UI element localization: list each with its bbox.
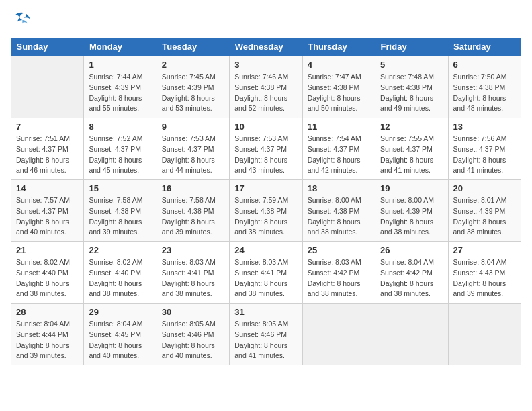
calendar-cell: 18Sunrise: 8:00 AMSunset: 4:38 PMDayligh… — [302, 180, 375, 242]
day-number: 17 — [234, 183, 297, 193]
calendar-cell: 22Sunrise: 8:02 AMSunset: 4:40 PMDayligh… — [84, 242, 157, 304]
logo — [11, 11, 31, 32]
calendar-week-1: 1Sunrise: 7:44 AMSunset: 4:39 PMDaylight… — [11, 56, 521, 118]
col-header-thursday: Thursday — [302, 38, 375, 56]
col-header-friday: Friday — [375, 38, 448, 56]
day-info: Sunrise: 7:44 AMSunset: 4:39 PMDaylight:… — [89, 72, 151, 114]
day-info: Sunrise: 7:52 AMSunset: 4:37 PMDaylight:… — [89, 134, 151, 176]
calendar-table: SundayMondayTuesdayWednesdayThursdayFrid… — [11, 38, 521, 365]
day-info: Sunrise: 8:04 AMSunset: 4:45 PMDaylight:… — [89, 319, 151, 361]
calendar-cell — [375, 304, 448, 365]
calendar-cell: 16Sunrise: 7:58 AMSunset: 4:38 PMDayligh… — [157, 180, 229, 242]
day-info: Sunrise: 7:50 AMSunset: 4:38 PMDaylight:… — [453, 72, 516, 114]
day-number: 28 — [16, 307, 79, 317]
day-number: 24 — [234, 245, 297, 255]
calendar-cell: 11Sunrise: 7:54 AMSunset: 4:37 PMDayligh… — [302, 118, 375, 180]
day-number: 8 — [89, 122, 151, 132]
day-info: Sunrise: 8:04 AMSunset: 4:43 PMDaylight:… — [453, 257, 516, 300]
day-number: 11 — [308, 122, 370, 132]
calendar-cell: 13Sunrise: 7:56 AMSunset: 4:37 PMDayligh… — [448, 118, 521, 180]
day-info: Sunrise: 7:53 AMSunset: 4:37 PMDaylight:… — [162, 134, 224, 176]
day-number: 30 — [162, 307, 224, 317]
calendar-cell: 1Sunrise: 7:44 AMSunset: 4:39 PMDaylight… — [84, 56, 157, 118]
day-info: Sunrise: 8:04 AMSunset: 4:42 PMDaylight:… — [380, 257, 443, 300]
calendar-cell: 28Sunrise: 8:04 AMSunset: 4:44 PMDayligh… — [11, 304, 84, 365]
calendar-cell: 21Sunrise: 8:02 AMSunset: 4:40 PMDayligh… — [11, 242, 84, 304]
calendar-cell — [302, 304, 375, 365]
calendar-cell: 26Sunrise: 8:04 AMSunset: 4:42 PMDayligh… — [375, 242, 448, 304]
day-number: 7 — [16, 122, 79, 132]
day-info: Sunrise: 8:01 AMSunset: 4:39 PMDaylight:… — [453, 195, 516, 238]
calendar-cell: 17Sunrise: 7:59 AMSunset: 4:38 PMDayligh… — [230, 180, 302, 242]
calendar-cell: 6Sunrise: 7:50 AMSunset: 4:38 PMDaylight… — [448, 56, 521, 118]
day-number: 6 — [453, 60, 516, 70]
calendar-cell: 23Sunrise: 8:03 AMSunset: 4:41 PMDayligh… — [157, 242, 229, 304]
day-number: 2 — [162, 60, 224, 70]
day-number: 5 — [380, 60, 443, 70]
calendar-cell: 15Sunrise: 7:58 AMSunset: 4:38 PMDayligh… — [84, 180, 157, 242]
calendar-cell — [448, 304, 521, 365]
calendar-cell: 10Sunrise: 7:53 AMSunset: 4:37 PMDayligh… — [230, 118, 302, 180]
day-info: Sunrise: 7:55 AMSunset: 4:37 PMDaylight:… — [380, 134, 443, 176]
day-info: Sunrise: 7:58 AMSunset: 4:38 PMDaylight:… — [162, 195, 224, 238]
day-info: Sunrise: 8:03 AMSunset: 4:41 PMDaylight:… — [234, 257, 297, 300]
col-header-tuesday: Tuesday — [157, 38, 229, 56]
logo-bird-icon — [12, 11, 31, 30]
calendar-cell: 7Sunrise: 7:51 AMSunset: 4:37 PMDaylight… — [11, 118, 84, 180]
calendar-cell: 2Sunrise: 7:45 AMSunset: 4:39 PMDaylight… — [157, 56, 229, 118]
day-number: 23 — [162, 245, 224, 255]
day-number: 15 — [89, 183, 151, 193]
calendar-cell: 8Sunrise: 7:52 AMSunset: 4:37 PMDaylight… — [84, 118, 157, 180]
col-header-saturday: Saturday — [448, 38, 521, 56]
calendar-cell: 9Sunrise: 7:53 AMSunset: 4:37 PMDaylight… — [157, 118, 229, 180]
day-number: 31 — [234, 307, 297, 317]
calendar-cell — [11, 56, 84, 118]
day-number: 4 — [308, 60, 370, 70]
col-header-wednesday: Wednesday — [230, 38, 302, 56]
calendar-week-5: 28Sunrise: 8:04 AMSunset: 4:44 PMDayligh… — [11, 304, 521, 365]
day-number: 13 — [453, 122, 516, 132]
day-info: Sunrise: 7:53 AMSunset: 4:37 PMDaylight:… — [234, 134, 297, 176]
day-info: Sunrise: 7:46 AMSunset: 4:38 PMDaylight:… — [234, 72, 297, 114]
day-info: Sunrise: 8:03 AMSunset: 4:42 PMDaylight:… — [308, 257, 370, 300]
day-info: Sunrise: 8:03 AMSunset: 4:41 PMDaylight:… — [162, 257, 224, 300]
day-info: Sunrise: 7:47 AMSunset: 4:38 PMDaylight:… — [308, 72, 370, 114]
calendar-cell: 20Sunrise: 8:01 AMSunset: 4:39 PMDayligh… — [448, 180, 521, 242]
day-info: Sunrise: 7:56 AMSunset: 4:37 PMDaylight:… — [453, 134, 516, 176]
calendar-cell: 12Sunrise: 7:55 AMSunset: 4:37 PMDayligh… — [375, 118, 448, 180]
calendar-cell: 14Sunrise: 7:57 AMSunset: 4:37 PMDayligh… — [11, 180, 84, 242]
page-header — [11, 11, 521, 32]
day-info: Sunrise: 7:45 AMSunset: 4:39 PMDaylight:… — [162, 72, 224, 114]
col-header-monday: Monday — [84, 38, 157, 56]
day-number: 25 — [308, 245, 370, 255]
day-number: 21 — [16, 245, 79, 255]
day-info: Sunrise: 8:04 AMSunset: 4:44 PMDaylight:… — [16, 319, 79, 361]
calendar-cell: 25Sunrise: 8:03 AMSunset: 4:42 PMDayligh… — [302, 242, 375, 304]
day-info: Sunrise: 7:57 AMSunset: 4:37 PMDaylight:… — [16, 195, 79, 238]
calendar-cell: 27Sunrise: 8:04 AMSunset: 4:43 PMDayligh… — [448, 242, 521, 304]
calendar-cell: 24Sunrise: 8:03 AMSunset: 4:41 PMDayligh… — [230, 242, 302, 304]
calendar-cell: 30Sunrise: 8:05 AMSunset: 4:46 PMDayligh… — [157, 304, 229, 365]
calendar-cell: 3Sunrise: 7:46 AMSunset: 4:38 PMDaylight… — [230, 56, 302, 118]
calendar-week-4: 21Sunrise: 8:02 AMSunset: 4:40 PMDayligh… — [11, 242, 521, 304]
calendar-cell: 4Sunrise: 7:47 AMSunset: 4:38 PMDaylight… — [302, 56, 375, 118]
day-number: 27 — [453, 245, 516, 255]
day-info: Sunrise: 8:05 AMSunset: 4:46 PMDaylight:… — [234, 319, 297, 361]
day-info: Sunrise: 8:02 AMSunset: 4:40 PMDaylight:… — [89, 257, 151, 300]
day-number: 10 — [234, 122, 297, 132]
day-info: Sunrise: 8:02 AMSunset: 4:40 PMDaylight:… — [16, 257, 79, 300]
day-number: 19 — [380, 183, 443, 193]
day-info: Sunrise: 8:05 AMSunset: 4:46 PMDaylight:… — [162, 319, 224, 361]
day-number: 18 — [308, 183, 370, 193]
day-number: 12 — [380, 122, 443, 132]
day-info: Sunrise: 8:00 AMSunset: 4:38 PMDaylight:… — [308, 195, 370, 238]
day-info: Sunrise: 7:54 AMSunset: 4:37 PMDaylight:… — [308, 134, 370, 176]
day-number: 26 — [380, 245, 443, 255]
day-number: 14 — [16, 183, 79, 193]
calendar-cell: 29Sunrise: 8:04 AMSunset: 4:45 PMDayligh… — [84, 304, 157, 365]
day-info: Sunrise: 7:58 AMSunset: 4:38 PMDaylight:… — [89, 195, 151, 238]
calendar-week-3: 14Sunrise: 7:57 AMSunset: 4:37 PMDayligh… — [11, 180, 521, 242]
header-row: SundayMondayTuesdayWednesdayThursdayFrid… — [11, 38, 521, 56]
day-number: 3 — [234, 60, 297, 70]
calendar-cell: 31Sunrise: 8:05 AMSunset: 4:46 PMDayligh… — [230, 304, 302, 365]
